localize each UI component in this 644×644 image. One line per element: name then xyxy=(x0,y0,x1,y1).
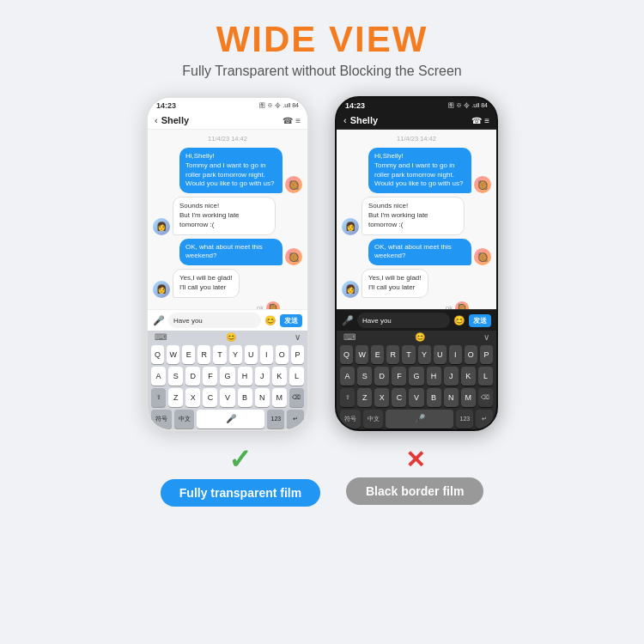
key-f[interactable]: F xyxy=(203,367,217,386)
key-symbol[interactable]: 符号 xyxy=(151,410,172,428)
key-rn[interactable]: N xyxy=(444,388,459,407)
key-ra[interactable]: A xyxy=(340,367,355,386)
key-z[interactable]: Z xyxy=(168,388,183,407)
key-chinese[interactable]: 中文 xyxy=(174,410,195,428)
key-rz[interactable]: Z xyxy=(357,388,372,407)
contact-name-right: Shelly xyxy=(350,115,472,125)
key-rchinese[interactable]: 中文 xyxy=(363,410,384,428)
key-rm[interactable]: M xyxy=(461,388,476,407)
labels-row: ✓ Fully transparent film ✕ Black border … xyxy=(161,443,483,507)
key-g[interactable]: G xyxy=(220,367,234,386)
key-rl[interactable]: L xyxy=(478,367,493,386)
emoji-icon-left: 😊 xyxy=(264,315,276,326)
check-mark: ✓ xyxy=(228,443,252,476)
key-y[interactable]: Y xyxy=(229,345,242,364)
key-rmic[interactable]: 🎤 xyxy=(386,410,453,428)
key-rt[interactable]: T xyxy=(402,345,415,364)
key-rs[interactable]: S xyxy=(357,367,372,386)
key-e[interactable]: E xyxy=(182,345,195,364)
key-rf[interactable]: F xyxy=(392,367,406,386)
key-rk[interactable]: K xyxy=(461,367,476,386)
key-rx[interactable]: X xyxy=(374,388,389,407)
key-renter[interactable]: ↵ xyxy=(476,410,493,428)
bubble-r4: Yes,I will be glad!I'll call you later xyxy=(361,269,428,298)
header-section: WIDE VIEW Fully Transparent without Bloc… xyxy=(182,0,462,79)
key-p[interactable]: P xyxy=(291,345,304,364)
key-c[interactable]: C xyxy=(203,388,217,407)
key-b[interactable]: B xyxy=(238,388,252,407)
key-mic[interactable]: 🎤 xyxy=(197,410,264,428)
key-rw[interactable]: W xyxy=(355,345,368,364)
key-t[interactable]: T xyxy=(213,345,226,364)
input-field-left[interactable]: Have you xyxy=(168,313,261,328)
bubble-4: Yes,I will be glad!I'll call you later xyxy=(173,269,240,298)
key-o[interactable]: O xyxy=(276,345,289,364)
key-rsymbol[interactable]: 符号 xyxy=(340,410,361,428)
key-x[interactable]: X xyxy=(185,388,200,407)
key-rh[interactable]: H xyxy=(427,367,441,386)
back-arrow-right[interactable]: ‹ xyxy=(343,115,347,125)
status-time-left: 14:23 xyxy=(156,101,176,110)
label-transparent-film: Fully transparent film xyxy=(161,479,320,507)
key-123[interactable]: 123 xyxy=(267,410,284,428)
phone-right-wrapper: 14:23 图 ※ 令 .ull 84 ‹ Shelly ☎ ≡ 11/4/23… xyxy=(335,96,498,431)
key-re[interactable]: E xyxy=(371,345,384,364)
toolbar-icon-3: ∨ xyxy=(295,332,301,342)
key-ry[interactable]: Y xyxy=(418,345,431,364)
key-rv[interactable]: V xyxy=(409,388,423,407)
key-delete[interactable]: ⌫ xyxy=(289,388,304,407)
key-rp[interactable]: P xyxy=(480,345,493,364)
key-w[interactable]: W xyxy=(167,345,179,364)
key-ro[interactable]: O xyxy=(465,345,477,364)
key-enter[interactable]: ↵ xyxy=(287,410,304,428)
msg-row-3: 🥘 OK, what about meet this weekend? xyxy=(153,239,302,266)
key-j[interactable]: J xyxy=(255,367,270,386)
label-left-wrapper: ✓ Fully transparent film xyxy=(161,443,320,507)
key-row-1-right: Q W E R T Y U I O P xyxy=(337,343,496,365)
key-rc[interactable]: C xyxy=(392,388,406,407)
ok-avatar-left: 🥘 xyxy=(266,301,280,309)
key-k[interactable]: K xyxy=(272,367,287,386)
key-r[interactable]: R xyxy=(197,345,210,364)
key-u[interactable]: U xyxy=(245,345,258,364)
key-row-4-right: 符号 中文 🎤 123 ↵ xyxy=(337,408,496,429)
key-s[interactable]: S xyxy=(168,367,183,386)
key-rshift[interactable]: ⇧ xyxy=(340,388,355,407)
key-l[interactable]: L xyxy=(289,367,304,386)
key-rj[interactable]: J xyxy=(444,367,459,386)
key-shift[interactable]: ⇧ xyxy=(151,388,166,407)
bubble-3: OK, what about meet this weekend? xyxy=(179,239,283,266)
key-r123[interactable]: 123 xyxy=(456,410,473,428)
chat-body-left: 11/4/23 14:42 🥘 Hi,Shelly!Tommy and I wa… xyxy=(148,130,307,309)
avatar-1: 🥘 xyxy=(285,176,302,193)
input-text-right: Have you xyxy=(362,317,392,325)
key-ri[interactable]: I xyxy=(449,345,462,364)
avatar-r4: 👩 xyxy=(342,281,359,298)
key-i[interactable]: I xyxy=(260,345,273,364)
send-button-right[interactable]: 发送 xyxy=(469,314,491,327)
back-arrow-left[interactable]: ‹ xyxy=(155,115,158,125)
key-row-3-left: ⇧ Z X C V B N M ⌫ xyxy=(148,386,307,408)
key-n[interactable]: N xyxy=(255,388,270,407)
avatar-2: 👩 xyxy=(153,218,170,235)
key-rdelete[interactable]: ⌫ xyxy=(478,388,493,407)
key-ru[interactable]: U xyxy=(434,345,447,364)
key-m[interactable]: M xyxy=(272,388,287,407)
key-rq[interactable]: Q xyxy=(340,345,353,364)
key-row-2-right: A S D F G H J K L xyxy=(337,365,496,386)
send-button-left[interactable]: 发送 xyxy=(280,314,302,327)
key-rb[interactable]: B xyxy=(427,388,441,407)
key-rd[interactable]: D xyxy=(374,367,389,386)
key-q[interactable]: Q xyxy=(151,345,164,364)
key-rr[interactable]: R xyxy=(386,345,399,364)
key-a[interactable]: A xyxy=(151,367,166,386)
key-d[interactable]: D xyxy=(185,367,200,386)
key-h[interactable]: H xyxy=(238,367,252,386)
phone-left: 14:23 图 ※ 令 .ull 84 ‹ Shelly ☎ ≡ 11/4/23… xyxy=(146,96,309,431)
date-stamp-left: 11/4/23 14:42 xyxy=(153,135,302,143)
input-field-right[interactable]: Have you xyxy=(357,313,450,328)
key-rg[interactable]: G xyxy=(409,367,423,386)
key-v[interactable]: V xyxy=(220,388,234,407)
avatar-r3: 🥘 xyxy=(474,248,491,265)
status-bar-left: 14:23 图 ※ 令 .ull 84 xyxy=(148,98,307,112)
